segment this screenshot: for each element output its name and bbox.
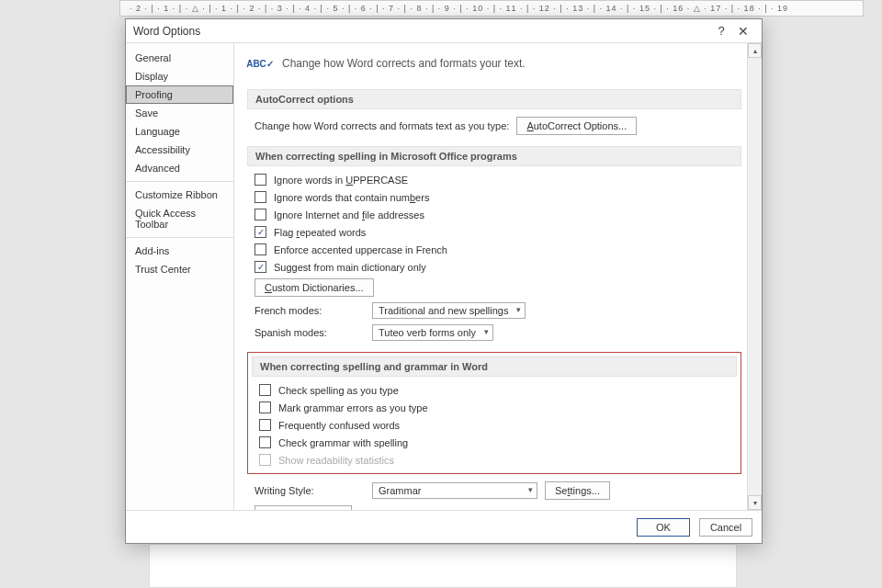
- sidebar-item-proofing[interactable]: Proofing: [126, 85, 233, 104]
- lbl-readability: Show readability statistics: [278, 455, 394, 466]
- chk-enforce-accented[interactable]: [254, 243, 266, 255]
- chk-freq-confused[interactable]: [259, 419, 271, 431]
- sidebar-item-accessibility[interactable]: Accessibility: [126, 141, 233, 159]
- writing-style-select[interactable]: Grammar: [372, 482, 537, 499]
- section-header-word-spelling: When correcting spelling and grammar in …: [252, 356, 737, 377]
- intro-text: Change how Word corrects and formats you…: [282, 57, 526, 70]
- custom-dictionaries-button[interactable]: Custom Dictionaries...: [254, 278, 374, 297]
- scroll-down-arrow[interactable]: ▾: [748, 495, 762, 510]
- chk-ignore-numbers[interactable]: [254, 191, 266, 203]
- sidebar-item-quick-access[interactable]: Quick Access Toolbar: [126, 204, 233, 233]
- lbl-flag-repeated[interactable]: Flag repeated words: [274, 227, 366, 238]
- document-page: [149, 544, 737, 588]
- dialog-title: Word Options: [133, 25, 710, 38]
- sidebar-item-advanced[interactable]: Advanced: [126, 159, 233, 177]
- scroll-up-arrow[interactable]: ▴: [748, 43, 762, 58]
- lbl-mark-grammar[interactable]: Mark grammar errors as you type: [278, 402, 428, 413]
- sidebar-item-general[interactable]: General: [126, 49, 233, 67]
- horizontal-ruler: · 2 · | · 1 · | · △ · | · 1 · | · 2 · | …: [119, 0, 864, 17]
- chk-mark-grammar[interactable]: [259, 401, 271, 413]
- word-options-dialog: Word Options ? ✕ General Display Proofin…: [125, 18, 763, 544]
- lbl-freq-confused[interactable]: Frequently confused words: [278, 420, 400, 431]
- chk-ignore-uppercase[interactable]: [254, 174, 266, 186]
- lbl-ignore-uppercase[interactable]: Ignore words in UPPERCASE: [274, 175, 408, 186]
- autocorrect-options-button[interactable]: AAutoCorrect Options...utoCorrect Option…: [516, 117, 637, 135]
- chk-check-grammar[interactable]: [259, 436, 271, 448]
- ok-button[interactable]: OK: [637, 518, 690, 537]
- chk-ignore-internet[interactable]: [254, 209, 266, 220]
- dialog-footer: OK Cancel: [126, 510, 762, 543]
- spanish-modes-label: Spanish modes:: [254, 327, 365, 338]
- section-header-autocorrect: AutoCorrect options: [247, 89, 741, 109]
- sidebar-separator: [126, 181, 233, 182]
- chk-check-spelling[interactable]: [259, 384, 271, 396]
- cancel-button[interactable]: Cancel: [699, 518, 752, 537]
- chk-main-dictionary[interactable]: [254, 261, 266, 273]
- writing-style-label: Writing Style:: [254, 485, 365, 496]
- vertical-scrollbar[interactable]: ▴ ▾: [747, 43, 762, 510]
- lbl-main-dictionary[interactable]: Suggest from main dictionary only: [274, 262, 426, 273]
- sidebar-item-save[interactable]: Save: [126, 104, 233, 122]
- autocorrect-desc: Change how Word corrects and formats tex…: [254, 120, 509, 131]
- french-modes-label: French modes:: [254, 305, 365, 316]
- lbl-ignore-numbers[interactable]: Ignore words that contain numbers: [274, 192, 429, 203]
- close-button[interactable]: ✕: [732, 22, 754, 40]
- lbl-check-spelling[interactable]: Check spelling as you type: [278, 385, 399, 396]
- section-office-spelling: When correcting spelling in Microsoft Of…: [247, 146, 741, 341]
- lbl-enforce-accented[interactable]: Enforce accented uppercase in French: [274, 244, 447, 255]
- dialog-body: General Display Proofing Save Language A…: [126, 43, 762, 510]
- highlighted-section: When correcting spelling and grammar in …: [247, 352, 741, 474]
- dialog-titlebar: Word Options ? ✕: [126, 19, 762, 43]
- section-header-office-spelling: When correcting spelling in Microsoft Of…: [247, 146, 741, 166]
- sidebar-item-trust-center[interactable]: Trust Center: [126, 260, 233, 278]
- help-button[interactable]: ?: [710, 22, 732, 40]
- sidebar-nav: General Display Proofing Save Language A…: [126, 43, 234, 510]
- french-modes-select[interactable]: Traditional and new spellings: [372, 302, 526, 319]
- chk-readability: [259, 454, 271, 466]
- sidebar-item-language[interactable]: Language: [126, 122, 233, 141]
- content-wrap: ABC✓ Change how Word corrects and format…: [234, 43, 762, 510]
- proofing-icon: ABC✓: [247, 52, 273, 74]
- spanish-modes-select[interactable]: Tuteo verb forms only: [372, 324, 493, 341]
- settings-button[interactable]: Settings...: [545, 481, 610, 500]
- sidebar-separator: [126, 237, 233, 238]
- sidebar-item-addins[interactable]: Add-ins: [126, 242, 233, 260]
- lbl-ignore-internet[interactable]: Ignore Internet and file addresses: [274, 209, 424, 220]
- sidebar-item-display[interactable]: Display: [126, 67, 233, 85]
- autocorrect-row: Change how Word corrects and formats tex…: [254, 117, 738, 135]
- chk-flag-repeated[interactable]: [254, 226, 266, 238]
- sidebar-item-customize-ribbon[interactable]: Customize Ribbon: [126, 186, 233, 204]
- lbl-check-grammar[interactable]: Check grammar with spelling: [278, 437, 408, 448]
- section-autocorrect: AutoCorrect options Change how Word corr…: [247, 89, 741, 135]
- content-pane: ABC✓ Change how Word corrects and format…: [234, 43, 747, 510]
- intro-row: ABC✓ Change how Word corrects and format…: [247, 52, 741, 74]
